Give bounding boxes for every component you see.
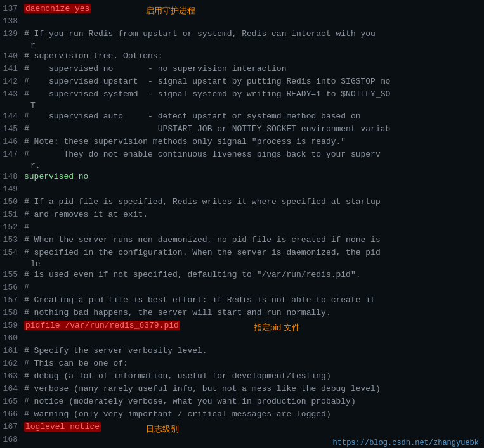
line-139: 139 # If you run Redis from upstart or s… <box>0 28 484 41</box>
line-content-165: # notice (moderately verbose, what you w… <box>24 395 484 408</box>
line-num-143: 143 <box>0 88 24 101</box>
line-143-wrap: T <box>0 101 484 110</box>
line-content-164: # verbose (many rarely useful info, but … <box>24 383 484 395</box>
line-145: 145 # UPSTART_JOB or NOTIFY_SOCKET envir… <box>0 123 484 136</box>
line-156: 156 # <box>0 281 484 294</box>
line-num-159: 159 <box>0 319 24 332</box>
line-152: 152 # <box>0 221 484 234</box>
line-num-146: 146 <box>0 136 24 148</box>
line-num-168: 168 <box>0 433 24 446</box>
editor-container: 137 daemonize yes 启用守护进程 138 139 # If yo… <box>0 0 484 448</box>
line-154: 154 # specified in the configuration. Wh… <box>0 246 484 259</box>
line-content-161: # Specify the server verbosity level. <box>24 345 484 357</box>
line-num-160: 160 <box>0 332 24 345</box>
line-137: 137 daemonize yes 启用守护进程 <box>0 3 484 15</box>
line-159: 159 pidfile /var/run/redis_6379.pid 指定pi… <box>0 319 484 332</box>
watermark: https://blog.csdn.net/zhangyuebk <box>333 438 479 447</box>
code-area: 137 daemonize yes 启用守护进程 138 139 # If yo… <box>0 0 484 448</box>
line-content-156: # <box>24 281 484 294</box>
line-num-149: 149 <box>0 183 24 196</box>
line-content-157: # Creating a pid file is best effort: if… <box>24 294 484 307</box>
line-149: 149 <box>0 183 484 196</box>
line-content-163: # debug (a lot of information, useful fo… <box>24 370 484 383</box>
line-num-138: 138 <box>0 15 24 28</box>
line-num-161: 161 <box>0 345 24 357</box>
line-144: 144 # supervised auto - detect upstart o… <box>0 110 484 123</box>
line-num-153: 153 <box>0 234 24 246</box>
line-150: 150 # If a pid file is specified, Redis … <box>0 196 484 208</box>
line-content-167: loglevel notice <box>24 421 484 433</box>
line-content-150: # If a pid file is specified, Redis writ… <box>24 196 484 208</box>
line-content-162: # This can be one of: <box>24 357 484 370</box>
line-content-145: # UPSTART_JOB or NOTIFY_SOCKET environme… <box>24 123 484 136</box>
line-content-155: # is used even if not specified, default… <box>24 269 484 281</box>
line-166: 166 # warning (only very important / cri… <box>0 408 484 421</box>
line-num-154: 154 <box>0 246 24 259</box>
line-142: 142 # supervised upstart - signal upstar… <box>0 75 484 88</box>
line-num-142: 142 <box>0 75 24 88</box>
line-138: 138 <box>0 15 484 28</box>
line-num-158: 158 <box>0 307 24 319</box>
line-content-139: # If you run Redis from upstart or syste… <box>24 28 484 41</box>
line-num-151: 151 <box>0 208 24 221</box>
line-num-156: 156 <box>0 281 24 294</box>
line-165: 165 # notice (moderately verbose, what y… <box>0 395 484 408</box>
line-content-143: # supervised systemd - signal systemd by… <box>24 88 484 101</box>
line-num-140: 140 <box>0 50 24 63</box>
line-content-153: # When the server runs non daemonized, n… <box>24 234 484 246</box>
line-155: 155 # is used even if not specified, def… <box>0 269 484 281</box>
line-num-165: 165 <box>0 395 24 408</box>
line-content-142: # supervised upstart - signal upstart by… <box>24 75 484 88</box>
line-content-166: # warning (only very important / critica… <box>24 408 484 421</box>
line-148: 148 supervised no <box>0 170 484 183</box>
line-num-141: 141 <box>0 63 24 75</box>
line-162: 162 # This can be one of: <box>0 357 484 370</box>
line-154-wrap: le <box>0 259 484 269</box>
line-num-164: 164 <box>0 383 24 395</box>
line-content-149 <box>24 183 484 196</box>
line-content-141: # supervised no - no supervision interac… <box>24 63 484 75</box>
line-147: 147 # They do not enable continuous live… <box>0 148 484 161</box>
line-161: 161 # Specify the server verbosity level… <box>0 345 484 357</box>
line-146: 146 # Note: these supervision methods on… <box>0 136 484 148</box>
line-content-158: # nothing bad happens, the server will s… <box>24 307 484 319</box>
line-num-150: 150 <box>0 196 24 208</box>
line-content-140: # supervision tree. Options: <box>24 50 484 63</box>
line-num-167: 167 <box>0 421 24 433</box>
line-153: 153 # When the server runs non daemonize… <box>0 234 484 246</box>
line-num-166: 166 <box>0 408 24 421</box>
line-content-137: daemonize yes <box>24 3 484 15</box>
line-num-137: 137 <box>0 3 24 15</box>
line-num-152: 152 <box>0 221 24 234</box>
line-num-144: 144 <box>0 110 24 123</box>
line-content-160 <box>24 332 484 345</box>
line-158: 158 # nothing bad happens, the server wi… <box>0 307 484 319</box>
line-num-155: 155 <box>0 269 24 281</box>
line-151: 151 # and removes it at exit. <box>0 208 484 221</box>
line-content-154: # specified in the configuration. When t… <box>24 246 484 259</box>
line-num-147: 147 <box>0 148 24 161</box>
line-num-145: 145 <box>0 123 24 136</box>
line-139-wrap: r <box>0 41 484 50</box>
line-content-138 <box>24 15 484 28</box>
line-160: 160 <box>0 332 484 345</box>
line-140: 140 # supervision tree. Options: <box>0 50 484 63</box>
line-143: 143 # supervised systemd - signal system… <box>0 88 484 101</box>
line-num-157: 157 <box>0 294 24 307</box>
line-content-146: # Note: these supervision methods only s… <box>24 136 484 148</box>
line-content-148: supervised no <box>24 170 484 183</box>
line-num-163: 163 <box>0 370 24 383</box>
line-content-144: # supervised auto - detect upstart or sy… <box>24 110 484 123</box>
line-num-162: 162 <box>0 357 24 370</box>
line-164: 164 # verbose (many rarely useful info, … <box>0 383 484 395</box>
line-content-152: # <box>24 221 484 234</box>
line-num-139: 139 <box>0 28 24 41</box>
line-content-151: # and removes it at exit. <box>24 208 484 221</box>
line-167: 167 loglevel notice 日志级别 <box>0 421 484 433</box>
line-163: 163 # debug (a lot of information, usefu… <box>0 370 484 383</box>
line-141: 141 # supervised no - no supervision int… <box>0 63 484 75</box>
line-content-147: # They do not enable continuous liveness… <box>24 148 484 161</box>
line-147-wrap: r. <box>0 161 484 170</box>
line-num-148: 148 <box>0 170 24 183</box>
line-157: 157 # Creating a pid file is best effort… <box>0 294 484 307</box>
